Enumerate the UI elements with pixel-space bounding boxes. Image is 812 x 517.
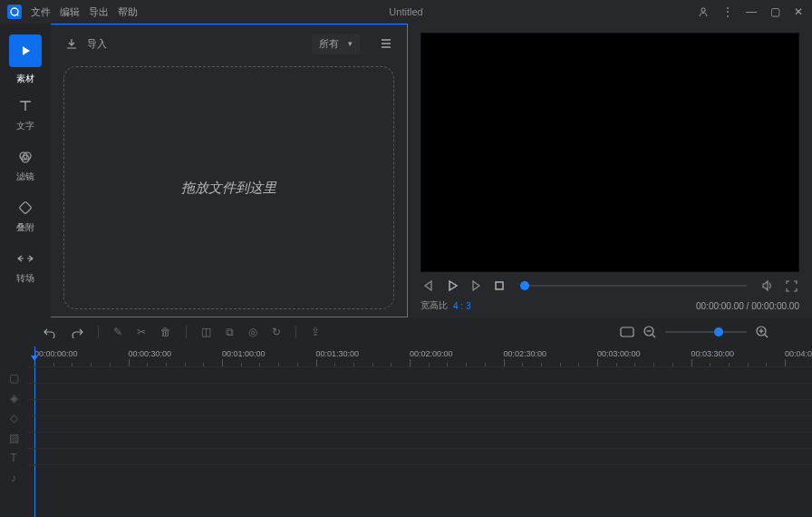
import-button[interactable]: 导入	[63, 35, 107, 52]
dropzone-hint: 拖放文件到这里	[181, 180, 276, 197]
track-text-icon: T	[0, 450, 27, 466]
ruler-tick-label: 00:03:00:00	[597, 349, 641, 358]
window-title: Untitled	[389, 6, 422, 17]
media-filter-value: 所有	[319, 37, 339, 51]
ruler-tick-label: 00:00:30:00	[129, 349, 172, 358]
svg-point-2	[701, 8, 705, 12]
tab-overlay[interactable]: 叠附	[0, 196, 51, 247]
tab-filter-label: 滤镜	[16, 171, 34, 183]
tracks[interactable]	[27, 366, 812, 517]
prev-frame-button[interactable]	[420, 278, 437, 294]
media-filter-select[interactable]: 所有 ▾	[312, 34, 360, 54]
tab-text-label: 文字	[16, 120, 34, 132]
timecode: 00:00:00.00 / 00:00:00.00	[696, 301, 799, 311]
aspect-ratio-value[interactable]: 4 : 3	[453, 301, 470, 311]
side-rail: 素材 文字 滤镜 叠附 转场	[0, 24, 51, 317]
export-tool-button[interactable]: ⇪	[311, 326, 320, 338]
transition-icon	[17, 250, 34, 267]
ruler-tick-label: 00:02:00:00	[410, 349, 453, 358]
list-icon	[378, 35, 394, 52]
delete-button[interactable]: 🗑	[160, 326, 171, 338]
play-button[interactable]	[444, 278, 460, 294]
aspect-ratio-label: 宽高比	[420, 299, 448, 312]
rotate-button[interactable]: ↻	[272, 326, 281, 338]
tab-material-label: 素材	[16, 73, 34, 85]
menu-help[interactable]: 帮助	[118, 5, 138, 19]
stop-button[interactable]	[491, 278, 508, 294]
fit-timeline-button[interactable]	[620, 327, 634, 337]
volume-button[interactable]	[759, 278, 776, 294]
preview-panel: 宽高比 4 : 3 00:00:00.00 / 00:00:00.00	[408, 24, 812, 317]
minimize-button[interactable]: —	[745, 5, 758, 18]
zoom-in-button[interactable]	[756, 326, 768, 338]
app-logo	[7, 5, 22, 19]
main-menu: 文件 编辑 导出 帮助	[31, 5, 138, 19]
crop-button[interactable]: ◫	[201, 326, 211, 338]
overlay-icon	[17, 200, 34, 216]
redo-button[interactable]	[71, 326, 83, 338]
seek-bar[interactable]	[520, 285, 747, 287]
title-bar: 文件 编辑 导出 帮助 Untitled ⋮ — ▢ ✕	[0, 0, 812, 24]
maximize-button[interactable]: ▢	[768, 5, 781, 18]
ruler-tick-label: 00:03:30:00	[691, 349, 735, 358]
svg-rect-7	[19, 201, 32, 214]
split-button[interactable]: ✂	[137, 326, 146, 338]
next-frame-button[interactable]	[468, 278, 484, 294]
track-audio-icon: ♪	[0, 470, 27, 486]
track-row[interactable]	[27, 383, 812, 399]
more-icon[interactable]: ⋮	[721, 5, 734, 18]
snapshot-button[interactable]: ◎	[248, 326, 257, 338]
text-icon	[17, 98, 34, 114]
track-row[interactable]	[27, 432, 812, 448]
timeline-ruler[interactable]: 00:00:00:0000:00:30:0000:01:00:0000:01:3…	[34, 346, 803, 366]
track-overlay-icon: ◇	[0, 410, 27, 426]
filter-icon	[17, 149, 34, 165]
media-dropzone[interactable]: 拖放文件到这里	[63, 66, 394, 309]
ruler-tick-label: 00:02:30:00	[504, 349, 547, 358]
timeline: 00:00:00:0000:00:30:0000:01:00:0000:01:3…	[0, 346, 812, 517]
zoom-slider[interactable]	[665, 331, 747, 333]
svg-line-19	[765, 335, 768, 337]
divider	[295, 326, 296, 338]
menu-export[interactable]: 导出	[89, 5, 109, 19]
ruler-tick-label: 00:04:00:00	[785, 349, 812, 358]
close-button[interactable]: ✕	[792, 5, 805, 18]
svg-line-15	[652, 335, 655, 337]
track-row[interactable]	[27, 464, 812, 481]
divider	[186, 326, 187, 338]
menu-file[interactable]: 文件	[31, 5, 51, 19]
copy-button[interactable]: ⧉	[226, 326, 234, 338]
seek-thumb[interactable]	[520, 281, 529, 290]
track-image-icon: ▨	[0, 430, 27, 446]
svg-marker-9	[450, 281, 457, 290]
media-panel: 导入 所有 ▾ 拖放文件到这里	[51, 24, 408, 317]
track-video-icon: ▢	[0, 370, 27, 386]
zoom-thumb[interactable]	[714, 327, 723, 337]
tab-filter[interactable]: 滤镜	[0, 145, 51, 196]
user-icon[interactable]	[698, 6, 710, 17]
divider	[98, 326, 99, 338]
track-gutter: ▢ ◈ ◇ ▨ T ♪	[0, 366, 27, 517]
ruler-tick: 00:04:00:00	[785, 349, 812, 366]
edit-tool-button[interactable]: ✎	[113, 326, 122, 338]
track-row[interactable]	[27, 399, 812, 415]
undo-button[interactable]	[44, 326, 56, 338]
import-icon	[63, 35, 80, 52]
ruler-tick-label: 00:01:30:00	[316, 349, 360, 358]
svg-marker-10	[473, 281, 479, 290]
menu-edit[interactable]: 编辑	[60, 5, 80, 19]
track-effect-icon: ◈	[0, 390, 27, 406]
tab-transition[interactable]: 转场	[0, 247, 51, 298]
tab-material[interactable]	[9, 34, 42, 67]
track-row[interactable]	[27, 448, 812, 464]
track-row[interactable]	[27, 415, 812, 432]
tab-overlay-label: 叠附	[16, 221, 34, 234]
ruler-tick-label: 00:01:00:00	[222, 349, 266, 358]
tab-text[interactable]: 文字	[0, 94, 51, 145]
zoom-out-button[interactable]	[643, 326, 656, 338]
fullscreen-button[interactable]	[783, 278, 799, 294]
track-row[interactable]	[27, 366, 812, 383]
view-toggle-button[interactable]	[378, 35, 394, 52]
preview-viewport[interactable]	[420, 33, 799, 272]
timeline-toolbar: ✎ ✂ 🗑 ◫ ⧉ ◎ ↻ ⇪	[0, 317, 812, 346]
